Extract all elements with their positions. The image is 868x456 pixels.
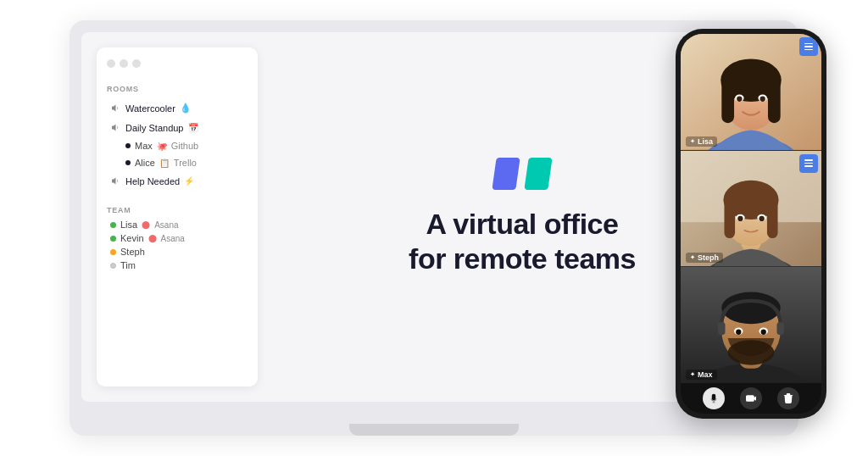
lisa-status-dot (110, 222, 116, 228)
phone-frame-wrapper: ✦ Lisa (676, 29, 832, 427)
svg-point-22 (759, 215, 764, 220)
asana-icon-lisa: ⬤ (142, 220, 150, 229)
hero-title-line2: for remote teams (409, 242, 636, 276)
sub-item-max[interactable]: Max 🐙 Github (107, 139, 248, 153)
team-item-lisa[interactable]: Lisa ⬤ Asana (107, 218, 248, 231)
phone-frame: ✦ Lisa (676, 29, 826, 419)
menu-line (804, 49, 813, 51)
video-cell-max: ✦ Max (681, 267, 821, 383)
alice-app: Trello (174, 158, 197, 168)
standup-badge: 📅 (188, 123, 198, 132)
svg-point-21 (737, 215, 743, 220)
lisa-name: Lisa (120, 220, 137, 230)
watercooler-badge: 💧 (180, 103, 192, 114)
svg-rect-34 (776, 323, 783, 336)
team-item-steph[interactable]: Steph (107, 245, 248, 259)
room-watercooler[interactable]: Watercooler 💧 (107, 100, 248, 116)
menu-line (804, 165, 813, 167)
steph-name: Steph (120, 247, 145, 257)
svg-rect-5 (721, 79, 734, 124)
help-badge: ⚡ (184, 176, 194, 186)
menu-lines-lisa (804, 43, 813, 51)
svg-rect-6 (768, 79, 781, 124)
menu-line (804, 46, 813, 47)
max-label-text: Max (698, 370, 713, 379)
svg-point-32 (761, 330, 766, 335)
team-item-kevin[interactable]: Kevin ⬤ Asana (107, 231, 248, 245)
menu-line (804, 159, 813, 161)
svg-rect-17 (724, 197, 735, 237)
asana-icon-kevin: ⬤ (148, 234, 157, 242)
video-cell-lisa: ✦ Lisa (681, 34, 821, 150)
laptop-base (349, 424, 519, 436)
steph-status-dot (110, 249, 116, 255)
window-dot-1 (107, 59, 115, 68)
kevin-app: Asana (161, 234, 185, 243)
github-icon: 🐙 (157, 142, 167, 151)
svg-rect-18 (767, 197, 778, 237)
sidebar-panel: ROOMS Watercooler 💧 Daily (97, 47, 258, 386)
max-dot (125, 143, 131, 148)
svg-rect-33 (718, 323, 725, 336)
steph-video-label: ✦ Steph (686, 253, 723, 263)
menu-line (804, 163, 813, 164)
app-wrapper: ROOMS Watercooler 💧 Daily (53, 20, 815, 436)
max-app: Github (171, 141, 198, 151)
trello-icon: 📋 (159, 158, 170, 168)
logo-shape-left (492, 158, 520, 190)
share-button[interactable] (777, 387, 799, 409)
phone-controls-bar (681, 383, 821, 414)
menu-line (804, 43, 813, 45)
max-video-label: ✦ Max (686, 370, 717, 380)
logo-shape-right (524, 158, 552, 190)
rooms-section-label: ROOMS (107, 85, 248, 93)
lisa-app: Asana (154, 220, 178, 230)
kevin-name: Kevin (120, 233, 144, 243)
svg-point-31 (736, 330, 741, 335)
speaker-icon-standup (110, 122, 121, 133)
room-watercooler-name: Watercooler (125, 103, 175, 114)
video-cell-steph: ✦ Steph (681, 151, 821, 267)
alice-name: Alice (135, 158, 155, 168)
hero-text: A virtual office for remote teams (409, 207, 636, 276)
mic-button[interactable] (703, 387, 725, 409)
lisa-menu-button[interactable] (799, 37, 818, 56)
kevin-status-dot (110, 236, 116, 242)
logo-mark (494, 158, 550, 190)
svg-point-9 (737, 97, 742, 102)
max-name: Max (135, 141, 153, 151)
svg-point-10 (760, 97, 765, 102)
hero-title-line1: A virtual office (409, 207, 636, 242)
tim-status-dot (110, 263, 116, 269)
camera-button[interactable] (740, 387, 762, 409)
max-video-bg (681, 267, 821, 383)
room-daily-standup[interactable]: Daily Standup 📅 (107, 120, 248, 136)
menu-lines-steph (804, 159, 813, 167)
speaker-icon (110, 103, 121, 114)
lisa-video-label: ✦ Lisa (686, 136, 717, 147)
team-item-tim[interactable]: Tim (107, 259, 248, 272)
steph-menu-button[interactable] (799, 154, 818, 173)
window-controls (107, 59, 248, 68)
room-standup-name: Daily Standup (125, 123, 184, 133)
window-dot-2 (120, 59, 128, 68)
window-dot-3 (132, 59, 141, 68)
lisa-label-text: Lisa (698, 137, 713, 146)
alice-dot (125, 160, 131, 165)
tim-name: Tim (120, 260, 136, 270)
team-section-label: TEAM (107, 206, 248, 214)
speaker-icon-help (110, 175, 121, 186)
room-help-name: Help Needed (125, 176, 180, 186)
sub-item-alice[interactable]: Alice 📋 Trello (107, 156, 248, 170)
room-help-needed[interactable]: Help Needed ⚡ (107, 173, 248, 189)
phone-screen: ✦ Lisa (681, 34, 821, 414)
steph-label-text: Steph (698, 253, 719, 262)
